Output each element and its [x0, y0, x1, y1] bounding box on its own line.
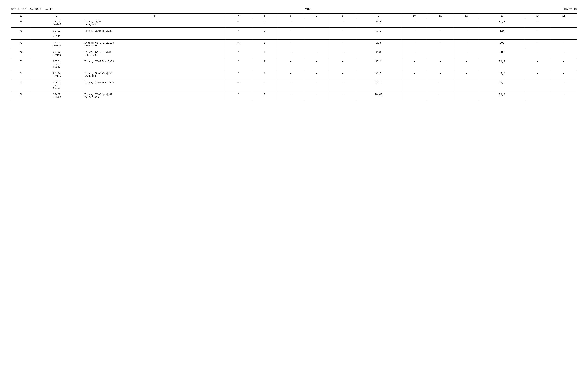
row-col7: – [304, 28, 330, 40]
row-col8: – [330, 91, 356, 100]
row-col12: – [453, 28, 479, 40]
row-col6: – [278, 40, 304, 49]
row-num: 73 [11, 58, 31, 70]
table-row: 7223–07 4–0I9IТо же, 6с–9–I Ду80I85хI,09… [11, 49, 577, 58]
row-col8: – [330, 28, 356, 40]
table-row: 7I23–07 4–0I97Клапан 6с–9–2 ДуI00I85хI,0… [11, 40, 577, 49]
row-col6: – [278, 18, 304, 28]
row-col7: – [304, 79, 330, 91]
table-row: 73ССРСЦ ч.Ш п.862То же, I9оI7нж Ду80"2––… [11, 58, 577, 70]
row-code: ССРСЦ ч.Ш п.856 [31, 79, 83, 91]
row-col9: I6,03 [356, 91, 401, 100]
row-col10: – [401, 40, 427, 49]
row-col6: – [278, 91, 304, 100]
row-col5: I [252, 70, 278, 79]
row-col12: – [453, 49, 479, 58]
row-col9: I3,3 [356, 79, 401, 91]
row-col5: I [252, 49, 278, 58]
row-unit: " [226, 28, 252, 40]
row-unit: шт. [226, 18, 252, 28]
row-col13: 87,8 [479, 18, 525, 28]
header-left: 903–I–I99. Ал.I3.I, кн.II [11, 8, 53, 11]
row-num: 75 [11, 79, 31, 91]
row-code: 23–07 4–0I9I [31, 49, 83, 58]
row-col11: – [427, 91, 453, 100]
row-code: 23–07 I–0754 [31, 91, 83, 100]
row-col11: – [427, 70, 453, 79]
row-col15: – [551, 49, 577, 58]
col-header-5: 5 [252, 14, 278, 18]
row-col15: – [551, 58, 577, 70]
row-col7: – [304, 58, 330, 70]
row-col12: – [453, 70, 479, 79]
row-col8: – [330, 40, 356, 49]
col-header-4: 4 [226, 14, 252, 18]
row-col14: – [525, 49, 551, 58]
row-col14: – [525, 40, 551, 49]
row-col11: – [427, 28, 453, 40]
row-col8: – [330, 18, 356, 28]
row-col9: 43,9 [356, 18, 401, 28]
row-col10: – [401, 58, 427, 70]
row-col10: – [401, 18, 427, 28]
row-code: ССРСЦ ч.Ш п.862 [31, 58, 83, 70]
row-desc: Клапан 6с–9–2 ДуI00I85хI,098 [83, 40, 226, 49]
row-col5: I [252, 91, 278, 100]
row-col12: – [453, 18, 479, 28]
row-num: 72 [11, 49, 31, 58]
row-col10: – [401, 91, 427, 100]
row-code: 23–07 4–0I97 [31, 40, 83, 49]
row-col13: 203 [479, 49, 525, 58]
row-unit: шт. [226, 79, 252, 91]
row-col14: – [525, 70, 551, 79]
row-unit: шт. [226, 40, 252, 49]
row-col11: – [427, 40, 453, 49]
row-col14: – [525, 91, 551, 100]
row-col13: I35 [479, 28, 525, 40]
row-col10: – [401, 49, 427, 58]
row-col11: – [427, 58, 453, 70]
row-desc: То же, 30ч6бр Ду80 [83, 28, 226, 40]
row-col12: – [453, 79, 479, 91]
row-desc: То же, I9оI7нж Ду80 [83, 58, 226, 70]
row-col13: 59,3 [479, 70, 525, 79]
table-row: 7623–07 I–0754То же, I6ч6бр Ду80I4,6хI,0… [11, 91, 577, 100]
col-header-3: 3 [83, 14, 226, 18]
row-col5: I [252, 40, 278, 49]
row-col15: – [551, 70, 577, 79]
col-header-8: 8 [330, 14, 356, 18]
row-unit: " [226, 91, 252, 100]
row-unit: " [226, 58, 252, 70]
row-num: 74 [11, 70, 31, 79]
row-col13: I6,0 [479, 91, 525, 100]
row-col12: – [453, 91, 479, 100]
row-col6: – [278, 49, 304, 58]
row-col14: – [525, 28, 551, 40]
row-desc: То же, Ду8040хI,098 [83, 18, 226, 28]
row-num: 69 [11, 18, 31, 28]
row-desc: То же, 9с–3–3 Ду5054хI,098 [83, 70, 226, 79]
row-col6: – [278, 70, 304, 79]
row-col9: I9,3 [356, 28, 401, 40]
row-col6: – [278, 58, 304, 70]
header-right: 19462–49 [564, 8, 577, 11]
header-center: — 888 — [300, 7, 317, 11]
row-unit: " [226, 70, 252, 79]
row-col5: 2 [252, 18, 278, 28]
row-num: 7I [11, 40, 31, 49]
table-header-row: 1 2 3 4 5 6 7 8 9 10 11 12 13 14 15 [11, 14, 577, 18]
row-col7: – [304, 70, 330, 79]
row-col15: – [551, 79, 577, 91]
row-col14: – [525, 18, 551, 28]
col-header-7: 7 [304, 14, 330, 18]
row-col15: – [551, 40, 577, 49]
row-num: 70 [11, 28, 31, 40]
row-col13: 70,4 [479, 58, 525, 70]
col-header-6: 6 [278, 14, 304, 18]
row-col8: – [330, 49, 356, 58]
row-col6: – [278, 28, 304, 40]
col-header-12: 12 [453, 14, 479, 18]
col-header-13: 13 [479, 14, 525, 18]
row-col10: – [401, 70, 427, 79]
col-header-2: 2 [31, 14, 83, 18]
